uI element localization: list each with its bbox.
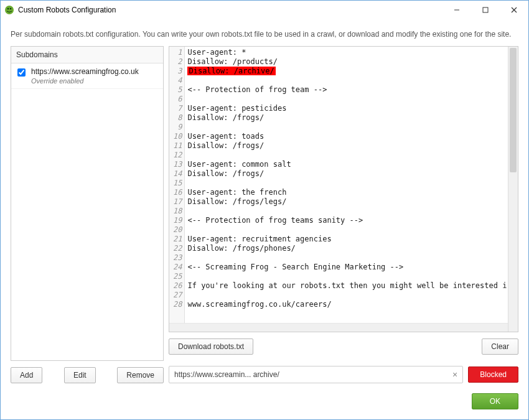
add-button[interactable]: Add bbox=[11, 367, 42, 383]
url-test-input[interactable]: https://www.screamin... archive/ × bbox=[169, 366, 463, 383]
line-number: 19 bbox=[173, 216, 182, 225]
code-line[interactable]: <-- Screaming Frog - Search Engine Marke… bbox=[187, 263, 505, 272]
edit-button[interactable]: Edit bbox=[64, 367, 96, 383]
code-line[interactable]: <-- Protection of frog team --> bbox=[187, 85, 505, 95]
line-number: 3 bbox=[173, 67, 182, 76]
code-line[interactable]: <-- Protection of frog teams sanity --> bbox=[187, 216, 505, 225]
line-number: 16 bbox=[173, 188, 182, 197]
dialog-footer: OK bbox=[1, 383, 528, 419]
code-line[interactable] bbox=[187, 123, 505, 132]
subdomain-status: Override enabled bbox=[31, 77, 139, 85]
minimize-button[interactable] bbox=[442, 1, 471, 19]
vertical-scrollbar[interactable] bbox=[508, 47, 518, 332]
code-line[interactable]: Disallow: /frogs/phones/ bbox=[187, 244, 505, 253]
code-line[interactable] bbox=[187, 272, 505, 281]
line-number: 11 bbox=[173, 141, 182, 151]
svg-rect-4 bbox=[483, 7, 488, 12]
line-number: 23 bbox=[173, 253, 182, 263]
remove-button[interactable]: Remove bbox=[117, 367, 164, 383]
code-line[interactable]: User-agent: common salt bbox=[187, 160, 505, 169]
code-line[interactable]: Disallow: /frogs/ bbox=[187, 113, 505, 123]
line-number: 7 bbox=[173, 104, 182, 113]
window-controls bbox=[442, 1, 528, 19]
line-number: 17 bbox=[173, 197, 182, 207]
line-number: 14 bbox=[173, 169, 182, 179]
subdomain-url: https://www.screamingfrog.co.uk bbox=[31, 67, 139, 76]
code-line[interactable] bbox=[187, 253, 505, 263]
code-line[interactable]: User-agent: pesticides bbox=[187, 104, 505, 113]
clear-button[interactable]: Clear bbox=[482, 338, 518, 355]
line-number: 5 bbox=[173, 85, 182, 95]
code-line[interactable]: User-agent: recruitment agencies bbox=[187, 235, 505, 244]
maximize-button[interactable] bbox=[471, 1, 500, 19]
line-number: 27 bbox=[173, 291, 182, 300]
code-line[interactable] bbox=[187, 151, 505, 160]
code-line[interactable]: If you're looking at our robots.txt then… bbox=[187, 281, 505, 291]
line-number: 15 bbox=[173, 179, 182, 188]
code-line[interactable]: Disallow: /products/ bbox=[187, 57, 505, 67]
subdomain-listbox[interactable]: Subdomains https://www.screamingfrog.co.… bbox=[11, 46, 164, 361]
main-content: Subdomains https://www.screamingfrog.co.… bbox=[1, 46, 528, 383]
url-test-value: https://www.screamin... archive/ bbox=[174, 370, 279, 379]
code-line[interactable]: Disallow: /frogs/ bbox=[187, 141, 505, 151]
window-title: Custom Robots Configuration bbox=[18, 6, 442, 14]
code-line[interactable]: www.screamingfrog.co.uk/careers/ bbox=[187, 300, 505, 309]
svg-point-2 bbox=[10, 8, 12, 10]
code-line[interactable] bbox=[187, 95, 505, 104]
sidebar: Subdomains https://www.screamingfrog.co.… bbox=[11, 46, 164, 383]
editor-panel: 1234567891011121314151617181920212223242… bbox=[169, 46, 518, 383]
subdomain-row[interactable]: https://www.screamingfrog.co.ukOverride … bbox=[11, 63, 163, 89]
code-line[interactable] bbox=[187, 207, 505, 216]
line-number: 2 bbox=[173, 57, 182, 67]
code-line[interactable]: User-agent: * bbox=[187, 48, 505, 57]
subdomain-rows-container: https://www.screamingfrog.co.ukOverride … bbox=[11, 63, 163, 89]
line-number: 22 bbox=[173, 244, 182, 253]
code-line[interactable]: Disallow: /frogs/ bbox=[187, 169, 505, 179]
highlighted-span: Disallow: /archive/ bbox=[187, 67, 275, 75]
scrollbar-thumb[interactable] bbox=[510, 48, 517, 172]
ok-button[interactable]: OK bbox=[472, 393, 518, 409]
editor-button-row: Download robots.txt Clear bbox=[169, 338, 518, 355]
horizontal-scrollbar[interactable] bbox=[169, 323, 508, 332]
code-line[interactable]: Disallow: /archive/ bbox=[187, 67, 505, 76]
line-number: 26 bbox=[173, 281, 182, 291]
code-line[interactable] bbox=[187, 291, 505, 300]
close-button[interactable] bbox=[500, 1, 528, 19]
line-number: 28 bbox=[173, 300, 182, 309]
line-number-gutter: 1234567891011121314151617181920212223242… bbox=[169, 47, 185, 332]
line-number: 24 bbox=[173, 263, 182, 272]
subdomain-info: https://www.screamingfrog.co.ukOverride … bbox=[31, 67, 139, 85]
line-number: 1 bbox=[173, 48, 182, 57]
download-robots-button[interactable]: Download robots.txt bbox=[169, 338, 253, 355]
code-line[interactable]: User-agent: the french bbox=[187, 188, 505, 197]
subdomain-list-header: Subdomains bbox=[11, 47, 163, 63]
code-line[interactable]: User-agent: toads bbox=[187, 132, 505, 141]
svg-point-0 bbox=[5, 6, 14, 14]
test-result-badge: Blocked bbox=[468, 366, 518, 383]
sidebar-button-row: Add Edit Remove bbox=[11, 367, 164, 383]
line-number: 6 bbox=[173, 95, 182, 104]
line-number: 20 bbox=[173, 225, 182, 235]
subdomain-checkbox[interactable] bbox=[17, 68, 26, 77]
dialog-window: Custom Robots Configuration Per subdomai… bbox=[0, 0, 529, 420]
clear-input-icon[interactable]: × bbox=[452, 370, 457, 380]
url-test-row: https://www.screamin... archive/ × Block… bbox=[169, 366, 518, 383]
line-number: 21 bbox=[173, 235, 182, 244]
line-number: 18 bbox=[173, 207, 182, 216]
code-line[interactable] bbox=[187, 225, 505, 235]
code-line[interactable] bbox=[187, 76, 505, 85]
line-number: 9 bbox=[173, 123, 182, 132]
svg-point-1 bbox=[7, 8, 9, 10]
titlebar: Custom Robots Configuration bbox=[1, 1, 528, 19]
line-number: 10 bbox=[173, 132, 182, 141]
code-line[interactable] bbox=[187, 179, 505, 188]
line-number: 12 bbox=[173, 151, 182, 160]
line-number: 13 bbox=[173, 160, 182, 169]
dialog-description: Per subdomain robots.txt configuration. … bbox=[1, 19, 528, 46]
code-line[interactable]: Disallow: /frogs/legs/ bbox=[187, 197, 505, 207]
line-number: 8 bbox=[173, 113, 182, 123]
app-icon bbox=[4, 5, 14, 15]
line-number: 4 bbox=[173, 76, 182, 85]
code-content[interactable]: User-agent: *Disallow: /products/Disallo… bbox=[185, 47, 508, 332]
robots-text-editor[interactable]: 1234567891011121314151617181920212223242… bbox=[169, 46, 518, 332]
